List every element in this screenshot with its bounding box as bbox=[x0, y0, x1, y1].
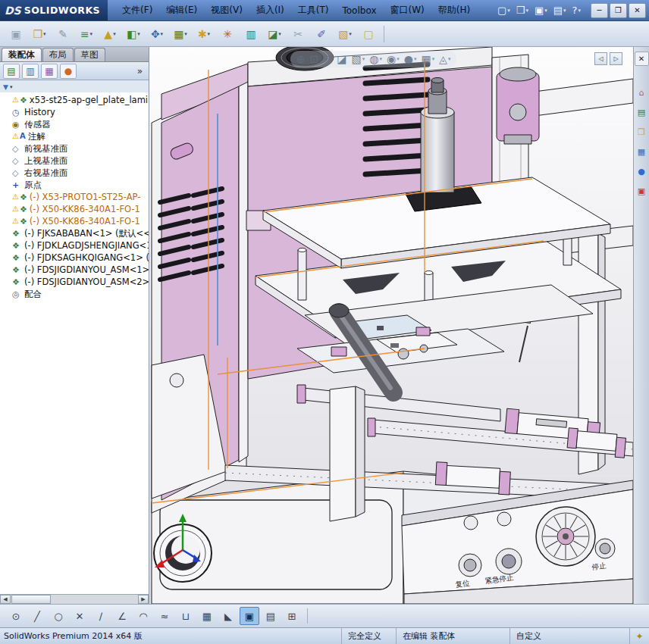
tree-item[interactable]: (-) X53-PROTO1-ST25-AP- bbox=[0, 191, 149, 203]
custom-properties-icon[interactable]: ▣ bbox=[635, 185, 648, 198]
tree-item[interactable]: History bbox=[0, 106, 149, 118]
close-taskpane-icon[interactable]: ✕ bbox=[635, 52, 649, 66]
mass-properties-icon[interactable]: ▧ bbox=[334, 24, 356, 44]
exploded-view-icon[interactable]: ✳ bbox=[216, 24, 239, 44]
hidden-lines-icon[interactable]: ▤ bbox=[261, 607, 281, 625]
interference-detection-icon[interactable]: ▥ bbox=[240, 24, 262, 44]
select-icon[interactable]: ⊙ bbox=[6, 607, 26, 625]
tab-assembly[interactable]: 装配体 bbox=[2, 48, 42, 61]
linear-pattern-icon[interactable]: ≡ bbox=[75, 24, 98, 44]
save-icon[interactable]: ▣ ▾ bbox=[532, 4, 550, 17]
apply-scene-icon[interactable]: ▦ bbox=[421, 53, 434, 65]
angle-icon[interactable]: ∠ bbox=[112, 607, 132, 625]
cad-model[interactable]: 复位 紧急停止 停止 bbox=[149, 47, 633, 604]
tree-item[interactable]: 原点 bbox=[0, 179, 149, 191]
menu-help[interactable]: 帮助(H) bbox=[431, 0, 477, 20]
view-settings-icon[interactable]: ◬ bbox=[439, 53, 450, 65]
assembly-features-icon[interactable]: ▦ bbox=[169, 24, 192, 44]
open-recent-icon[interactable]: ❒ bbox=[28, 24, 51, 44]
smart-fasteners-icon[interactable]: ✱ bbox=[193, 24, 215, 44]
tree-item[interactable]: (-) FJKSABABAN<1> (默认<< bbox=[0, 227, 149, 239]
menu-insert[interactable]: 插入(I) bbox=[249, 0, 291, 20]
custom-status[interactable]: 自定义 bbox=[509, 628, 629, 644]
graphics-area[interactable]: 复位 紧急停止 停止 bbox=[149, 47, 633, 604]
move-component-icon[interactable]: ✥ bbox=[146, 24, 168, 44]
tree-item[interactable]: (-) X50-KK86-340A1-FO-1 bbox=[0, 215, 149, 227]
propertymanager-icon[interactable]: ▥ bbox=[22, 64, 39, 79]
new-document-icon[interactable]: ▢ ▾ bbox=[495, 4, 513, 17]
attachment-icon[interactable]: ✎ bbox=[52, 24, 74, 44]
edit-appearance-icon[interactable]: ● bbox=[404, 53, 417, 65]
section-view-icon[interactable]: ◪ bbox=[337, 53, 346, 65]
evaluate-icon[interactable]: ◪ bbox=[263, 24, 286, 44]
tree-item[interactable]: 传感器 bbox=[0, 118, 149, 130]
minimize-button[interactable]: ─ bbox=[591, 3, 608, 18]
menu-edit[interactable]: 编辑(E) bbox=[159, 0, 204, 20]
menu-file[interactable]: 文件(F) bbox=[115, 0, 159, 20]
scrollbar-thumb[interactable] bbox=[11, 595, 51, 604]
grid-icon[interactable]: ▦ bbox=[197, 607, 217, 625]
tree-item[interactable]: (-) FDSJIGDIANYOU_ASM<1> bbox=[0, 264, 149, 276]
displaymanager-icon[interactable]: ● bbox=[60, 64, 77, 79]
tree-item[interactable]: 右视基准面 bbox=[0, 167, 149, 179]
display-style-icon[interactable]: ◍ bbox=[369, 53, 382, 65]
quick-tip-icon[interactable]: ✦ bbox=[629, 628, 649, 644]
tree-item[interactable]: 上视基准面 bbox=[0, 155, 149, 167]
arc-icon[interactable]: ◠ bbox=[133, 607, 153, 625]
scroll-left-icon[interactable]: ◀ bbox=[0, 595, 11, 604]
collapse-left-icon[interactable]: ◁ bbox=[594, 52, 607, 65]
trim-icon[interactable]: ∕ bbox=[91, 607, 111, 625]
appearances-icon[interactable]: ● bbox=[635, 165, 648, 178]
solidworks-resources-icon[interactable]: ⌂ bbox=[635, 86, 648, 99]
table-icon[interactable]: ⊞ bbox=[282, 607, 302, 625]
tree-item[interactable]: x53-st25-ap-gel_plate_lami bbox=[0, 94, 149, 106]
filter-funnel-icon[interactable]: ▼ bbox=[3, 83, 8, 91]
shaded-with-edges-icon[interactable]: ▣ bbox=[240, 607, 259, 625]
hide-show-items-icon[interactable]: ◉ bbox=[387, 53, 400, 65]
tree-item[interactable]: (-) FJDKLAGDJSHENGJIANG<1 bbox=[0, 239, 149, 252]
tree-item[interactable]: (-) X50-KK86-340A1-FO-1 bbox=[0, 203, 149, 215]
erase-icon[interactable]: ✕ bbox=[70, 607, 89, 625]
screen-capture-icon[interactable]: ▣ bbox=[5, 24, 27, 44]
view-palette-icon[interactable]: ▦ bbox=[635, 145, 648, 158]
design-library-icon[interactable]: ▤ bbox=[635, 106, 648, 119]
support-post[interactable] bbox=[330, 386, 365, 521]
tree-item[interactable]: 前视基准面 bbox=[0, 142, 149, 155]
options-icon[interactable]: ▢ bbox=[357, 24, 380, 44]
horizontal-scrollbar[interactable]: ◀ ▶ bbox=[0, 594, 149, 604]
tree-item[interactable]: (-) FDSJIGDIANYOU_ASM<2> bbox=[0, 276, 149, 288]
tab-sketch[interactable]: 草图 bbox=[74, 48, 105, 61]
zoom-fit-icon[interactable]: ⊕ bbox=[296, 53, 306, 65]
view-orientation-icon[interactable]: ▧ bbox=[351, 53, 365, 65]
tree-item[interactable]: 注解 bbox=[0, 130, 149, 142]
panel-chevron[interactable]: » bbox=[137, 66, 146, 77]
filter-dropdown-icon[interactable]: ▾ bbox=[10, 84, 13, 90]
maximize-button[interactable]: ❒ bbox=[610, 3, 627, 18]
collapse-right-icon[interactable]: ▷ bbox=[610, 52, 622, 65]
zoom-area-icon[interactable]: ⊡ bbox=[310, 53, 319, 65]
scroll-right-icon[interactable]: ▶ bbox=[138, 595, 149, 604]
featuremanager-tree-icon[interactable]: ▤ bbox=[3, 64, 20, 79]
configurationmanager-icon[interactable]: ▦ bbox=[41, 64, 58, 79]
snap-icon[interactable]: ⊔ bbox=[176, 607, 196, 625]
cut-icon[interactable]: ✂ bbox=[287, 24, 309, 44]
menu-window[interactable]: 窗口(W) bbox=[383, 0, 431, 20]
open-icon[interactable]: ❒ ▾ bbox=[514, 4, 531, 17]
circle-icon[interactable]: ○ bbox=[49, 607, 68, 625]
tree-item[interactable]: (-) FJDKSAGHKQIGANG<1> (默 bbox=[0, 252, 149, 264]
tree-item[interactable]: 配合 bbox=[0, 288, 149, 300]
measure-icon[interactable]: ✐ bbox=[310, 24, 333, 44]
tab-layout[interactable]: 布局 bbox=[42, 48, 74, 61]
print-icon[interactable]: ▤ ▾ bbox=[551, 4, 569, 17]
menu-view[interactable]: 视图(V) bbox=[204, 0, 249, 20]
previous-view-icon[interactable]: ↶ bbox=[323, 53, 332, 65]
instant3d-icon[interactable]: ▲ bbox=[99, 24, 121, 44]
mirror-components-icon[interactable]: ◧ bbox=[122, 24, 145, 44]
line-icon[interactable]: ╱ bbox=[27, 607, 47, 625]
file-explorer-icon[interactable]: ❒ bbox=[635, 126, 648, 139]
close-button[interactable]: ✕ bbox=[629, 3, 646, 18]
spline-icon[interactable]: ≈ bbox=[155, 607, 174, 625]
menu-toolbox[interactable]: Toolbox bbox=[335, 0, 383, 20]
triangle-icon[interactable]: ◣ bbox=[218, 607, 238, 625]
menu-tools[interactable]: 工具(T) bbox=[291, 0, 336, 20]
